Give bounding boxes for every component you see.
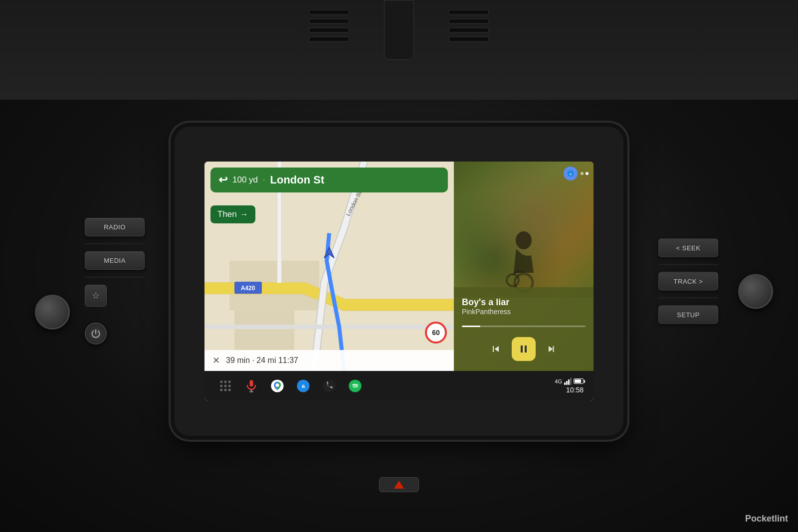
star-icon: ☆: [92, 290, 100, 301]
spotify-icon: [348, 379, 362, 393]
signal-bar-2: [566, 381, 568, 385]
svg-point-7: [516, 231, 532, 249]
amazon-music-icon: a: [296, 379, 310, 393]
svg-rect-19: [228, 384, 231, 387]
skip-next-icon: [546, 343, 558, 355]
svg-point-30: [323, 379, 335, 392]
map-roads: A420 London St: [204, 162, 454, 371]
vent-slot: [449, 19, 489, 24]
power-icon: [91, 329, 101, 339]
bottom-navigation-bar: a: [204, 371, 594, 401]
radio-button[interactable]: RADIO: [85, 218, 145, 236]
signal-strength-bars: [564, 378, 572, 385]
top-vent-area: [0, 0, 798, 100]
signal-bar-4: [570, 378, 572, 385]
svg-rect-23: [250, 380, 253, 386]
right-knob[interactable]: [738, 274, 773, 309]
navigation-instruction: ↩ 100 yd · London St: [210, 168, 448, 192]
media-controls: [462, 337, 586, 361]
song-title: Boy's a liar: [462, 297, 586, 308]
infotainment-screen: A420 London St ↩ 100 yd · London St: [204, 162, 594, 401]
left-vent: [309, 10, 349, 100]
page-dot-2: [586, 172, 589, 175]
left-control-panel: RADIO MEDIA ☆: [85, 218, 145, 345]
album-art: a: [454, 162, 594, 298]
vent-slot: [309, 28, 349, 33]
hazard-triangle-icon: [394, 481, 404, 489]
svg-point-9: [507, 274, 519, 286]
separator: [85, 277, 145, 278]
svg-rect-2: [234, 310, 294, 354]
close-route-button[interactable]: ✕: [212, 355, 220, 366]
playback-progress-bar[interactable]: [462, 326, 586, 327]
apps-grid-icon: [218, 379, 232, 393]
then-arrow-icon: →: [240, 209, 248, 219]
vent-slot: [449, 10, 489, 15]
track-button[interactable]: TRACK >: [658, 272, 718, 290]
watermark: Pocketlint: [745, 514, 788, 524]
media-button[interactable]: MEDIA: [85, 251, 145, 270]
turn-arrow-icon: ↩: [218, 174, 227, 186]
svg-rect-18: [224, 384, 227, 387]
power-button[interactable]: [85, 323, 107, 345]
play-pause-button[interactable]: [512, 337, 536, 361]
center-vent: [384, 0, 414, 60]
vent-slot: [309, 19, 349, 24]
separator: [658, 297, 718, 298]
svg-text:A420: A420: [241, 284, 255, 291]
signal-bar-1: [564, 382, 566, 385]
speed-limit-sign: 60: [425, 322, 447, 344]
amazon-music-button[interactable]: a: [292, 375, 314, 397]
microphone-icon: [244, 379, 258, 393]
media-app-icon: a: [564, 167, 578, 180]
svg-rect-14: [220, 380, 223, 383]
previous-track-button[interactable]: [490, 343, 502, 355]
svg-text:a: a: [302, 383, 305, 389]
amazon-music-icon: a: [567, 170, 575, 177]
separator: [658, 264, 718, 265]
phone-icon: [322, 379, 336, 393]
svg-rect-22: [228, 388, 231, 391]
nav-street-name: London St: [270, 174, 325, 186]
then-instruction: Then →: [210, 205, 255, 223]
svg-line-11: [514, 272, 524, 273]
separator: [85, 243, 145, 244]
apps-grid-button[interactable]: [214, 375, 236, 397]
svg-rect-16: [228, 380, 231, 383]
voice-input-button[interactable]: [240, 375, 262, 397]
setup-button[interactable]: SETUP: [658, 305, 718, 324]
spotify-button[interactable]: [344, 375, 366, 397]
watermark-brand: Pocket: [745, 514, 775, 524]
vent-slot: [449, 37, 489, 42]
map-section[interactable]: A420 London St ↩ 100 yd · London St: [204, 162, 454, 371]
svg-rect-15: [224, 380, 227, 383]
route-info-bar: ✕ 39 min · 24 mi 11:37: [204, 350, 454, 371]
artist-name: PinkPantheress: [462, 308, 586, 316]
phone-button[interactable]: [318, 375, 340, 397]
hazard-button[interactable]: [379, 477, 419, 492]
then-label: Then: [217, 209, 237, 219]
page-indicators: [581, 167, 589, 180]
screen-content: A420 London St ↩ 100 yd · London St: [204, 162, 594, 401]
page-dot-1: [581, 172, 584, 175]
svg-rect-20: [220, 388, 223, 391]
left-knob[interactable]: [35, 295, 70, 330]
vent-slot: [309, 10, 349, 15]
head-unit: RADIO MEDIA ☆ < SEEK TRACK > SETUP: [175, 127, 623, 436]
nav-dot: ·: [263, 176, 265, 184]
pause-icon: [518, 343, 530, 355]
seek-button[interactable]: < SEEK: [658, 238, 718, 257]
watermark-brand-bold: lint: [775, 514, 788, 524]
right-control-panel: < SEEK TRACK > SETUP: [658, 238, 718, 324]
signal-row: 4G: [555, 378, 584, 385]
route-summary: 39 min · 24 mi 11:37: [226, 356, 298, 365]
google-maps-icon: [270, 379, 284, 393]
svg-rect-21: [224, 388, 227, 391]
next-track-button[interactable]: [546, 343, 558, 355]
main-area: A420 London St ↩ 100 yd · London St: [204, 162, 594, 371]
network-type-label: 4G: [555, 378, 562, 384]
google-maps-button[interactable]: [266, 375, 288, 397]
right-vent: [449, 10, 489, 100]
favorites-button[interactable]: ☆: [85, 285, 107, 307]
status-area: 4G 10:58: [555, 378, 584, 394]
